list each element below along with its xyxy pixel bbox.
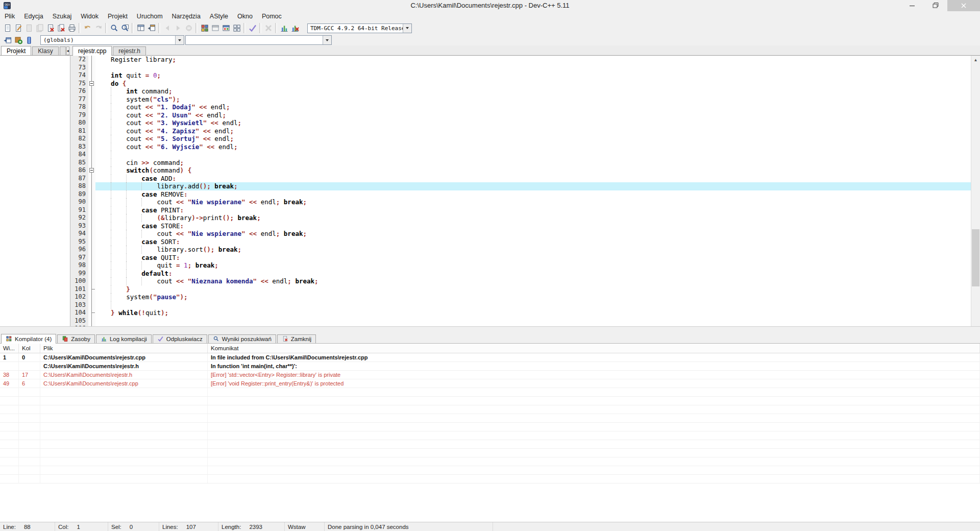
code-line[interactable]: 90 cout << "Nie wspierane" << endl; brea… [70,198,971,206]
code-line[interactable]: 77 system("cls"); [70,95,971,104]
code-line[interactable]: 102 system("pause"); [70,293,971,301]
menu-projekt[interactable]: Projekt [103,11,132,21]
tab-zamknij[interactable]: Zamknij [277,334,316,343]
chevron-down-icon[interactable] [403,24,411,33]
editor-tab-rejestr-h[interactable]: rejestr.h [113,46,146,55]
tab-wyniki-poszukiwa[interactable]: Wyniki poszukiwań [208,334,276,343]
compiler-message-row[interactable]: 496C:\Users\Kamil\Documents\rejestr.cpp[… [0,379,980,388]
chevron-down-icon[interactable] [175,36,184,44]
code-editor[interactable]: 72 Register library;7374 int quit = 0;75… [70,56,971,326]
code-line[interactable]: 82 cout << "5. Sortuj" << endl; [70,135,971,143]
vertical-scrollbar[interactable]: ▲ ▼ [971,56,980,326]
column-header-komunikat[interactable]: Komunikat [208,344,980,353]
column-header-wi[interactable]: Wi... [0,344,19,353]
menu-edycja[interactable]: Edycja [19,11,48,21]
tab-kompilator-4[interactable]: Kompilator (4) [1,334,56,344]
syntax-check-icon[interactable] [247,23,258,34]
menu-widok[interactable]: Widok [76,11,103,21]
panel-splitter[interactable] [0,326,980,334]
chevron-down-icon[interactable] [323,36,331,44]
print-icon[interactable] [66,23,77,34]
members-select[interactable] [185,35,332,45]
code-line[interactable]: 96 library.sort(); break; [70,246,971,254]
code-line[interactable]: 75 do { [70,80,971,88]
code-line[interactable]: 105 [70,317,971,325]
titlebar[interactable]: DEV C:\Users\Kamil\Documents\rejestr.cpp… [0,0,980,11]
code-line[interactable]: 89 case REMOVE: [70,190,971,199]
run-icon[interactable] [210,23,220,34]
code-line[interactable]: 76 int command; [70,87,971,95]
code-line[interactable]: 84 [70,151,971,159]
close-button[interactable] [947,0,980,11]
compiler-message-row[interactable]: C:\Users\Kamil\Documents\rejestr.hIn fun… [0,362,980,371]
new-file-icon[interactable] [2,23,13,34]
code-line[interactable]: 103 [70,301,971,309]
menu-okno[interactable]: Okno [233,11,257,21]
code-line[interactable]: 93 case STORE: [70,222,971,230]
scroll-up-icon[interactable]: ▲ [971,56,980,64]
tab-log-kompilacji[interactable]: Log kompilacji [96,334,152,343]
tab-zasoby[interactable]: Zasoby [57,334,95,343]
code-line[interactable]: 95 case SORT: [70,238,971,246]
close-file-icon[interactable] [45,23,56,34]
report-view-icon[interactable] [146,23,157,34]
editor-tab-rejestr-cpp[interactable]: rejestr.cpp [72,46,112,56]
code-line[interactable]: 73 [70,64,971,72]
minimize-button[interactable] [900,0,924,11]
compiler-message-row[interactable]: 3817C:\Users\Kamil\Documents\rejestr.h[E… [0,371,980,379]
code-line[interactable]: 98 quit = 1; break; [70,261,971,270]
code-line[interactable]: 94 cout << "Nie wspierane" << endl; brea… [70,230,971,238]
compile-icon[interactable] [199,23,210,34]
code-line[interactable]: 88 library.add(); break; [70,182,971,190]
menu-szukaj[interactable]: Szukaj [48,11,77,21]
tab-klasy[interactable]: Klasy [32,46,58,55]
profile-delete-icon[interactable] [289,23,300,34]
menu-uruchom[interactable]: Uruchom [132,11,167,21]
compiler-message-row[interactable]: 10C:\Users\Kamil\Documents\rejestr.cppIn… [0,353,980,362]
goto-file-icon[interactable] [2,35,13,45]
fold-collapse-button[interactable] [89,168,94,173]
code-line[interactable]: 92 (&library)->print(); break; [70,214,971,222]
code-line[interactable]: 104 } while(!quit); [70,309,971,317]
code-line[interactable]: 81 cout << "4. Zapisz" << endl; [70,127,971,135]
find-icon[interactable] [109,23,119,34]
project-view-icon[interactable] [135,23,146,34]
compile-run-icon[interactable] [220,23,231,34]
globals-select[interactable]: (globals) [40,35,184,45]
scrollbar-thumb[interactable] [972,229,979,286]
code-line[interactable]: 80 cout << "3. Wyswietl" << endl; [70,119,971,127]
undo-icon[interactable] [82,23,93,34]
rebuild-icon[interactable] [231,23,242,34]
restore-button[interactable] [924,0,947,11]
open-file-icon[interactable] [13,23,23,34]
profile-icon[interactable] [279,23,289,34]
bookmarks-icon[interactable] [23,35,34,45]
new-unit-icon[interactable] [13,35,23,45]
code-line[interactable]: 87 case ADD: [70,175,971,183]
code-line[interactable]: 86 switch(command) { [70,166,971,175]
tab-od[interactable]: Od [60,46,66,55]
column-header-kol[interactable]: Kol [19,344,40,353]
menu-pomoc[interactable]: Pomoc [257,11,286,21]
menu-astyle[interactable]: AStyle [205,11,233,21]
menu-plik[interactable]: Plik [0,11,19,21]
code-line[interactable]: 91 case PRINT: [70,206,971,214]
code-line[interactable]: 78 cout << "1. Dodaj" << endl; [70,103,971,111]
tab-scroll-left-button[interactable]: ◂ [66,46,69,55]
code-line[interactable]: 79 cout << "2. Usun" << endl; [70,111,971,119]
code-line[interactable]: 74 int quit = 0; [70,71,971,80]
code-line[interactable]: 100 cout << "Nieznana komenda" << endl; … [70,277,971,285]
replace-icon[interactable] [119,23,130,34]
tab-odpluskwiacz[interactable]: Odpluskwiacz [153,334,207,343]
code-line[interactable]: 83 cout << "6. Wyjscie" << endl; [70,143,971,151]
menu-narz-dzia[interactable]: Narzędzia [167,11,205,21]
code-line[interactable]: 99 default: [70,270,971,278]
close-all-icon[interactable] [56,23,66,34]
code-line[interactable]: 101 } [70,285,971,294]
fold-collapse-button[interactable] [89,81,94,86]
compiler-select[interactable]: TDM-GCC 4.9.2 64-bit Release [307,23,412,33]
code-line[interactable]: 97 case QUIT: [70,254,971,262]
code-line[interactable]: 72 Register library; [70,56,971,64]
tab-projekt[interactable]: Projekt [1,46,31,55]
project-browser-panel[interactable] [0,56,70,326]
